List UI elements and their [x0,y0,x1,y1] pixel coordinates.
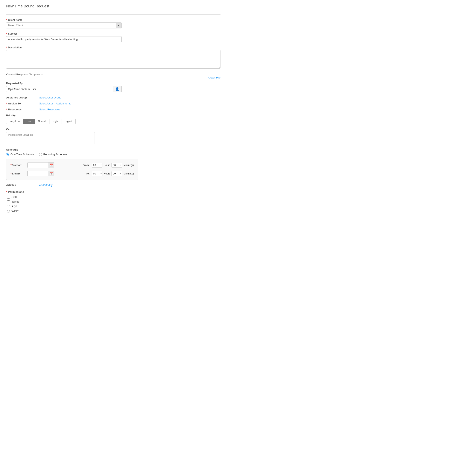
end-by-calendar-icon[interactable]: 📅 [48,171,54,176]
resources-row: * Resources Select Resources [6,108,221,111]
client-name-section: * Client Name Demo Client ▼ [6,18,221,28]
to-minutes-select[interactable]: 00 [111,171,122,176]
start-on-label: * Start on: [10,164,25,167]
client-name-select[interactable]: Demo Client [6,22,122,28]
client-name-label: * Client Name [6,18,221,21]
requested-by-section: Requested By 👤 [6,82,221,92]
cc-input-area[interactable] [6,132,95,144]
to-hours-select[interactable]: 00 [92,171,102,176]
select-resources-link[interactable]: Select Resources [39,108,60,111]
priority-low-button[interactable]: Low [23,119,35,124]
resources-required: * [6,108,7,111]
description-textarea[interactable] [6,50,221,69]
subject-input[interactable] [6,36,122,42]
canned-response-template[interactable]: Canned Response Template ▼ [6,73,221,76]
subject-required: * [6,32,7,35]
assign-to-required: * [6,102,7,105]
priority-very-low-button[interactable]: Very Low [6,119,23,124]
recurring-schedule-radio[interactable] [39,153,42,156]
canned-response-arrow-icon: ▼ [41,73,43,76]
permission-telnet-label: Telnet [12,200,19,203]
to-minutes-label: Minute(s) [123,172,134,175]
permissions-checkbox-list: SSH Telnet RDP WINR [6,195,221,213]
description-label: * Description [6,46,221,49]
assign-to-label: * Assign To [6,102,39,105]
priority-button-group: Very Low Low Normal High Urgent [6,119,221,124]
priority-urgent-button[interactable]: Urgent [61,119,76,124]
from-hours-wrapper: 00 ▼ [92,163,102,168]
start-on-row: * Start on: 📅 From: 00 ▼ Hours [10,162,134,168]
to-minutes-wrapper: 00 ▼ [111,171,122,176]
end-by-date-wrapper: 📅 [27,171,54,176]
end-by-required: * [10,172,12,175]
requested-by-row: 👤 [6,86,122,92]
schedule-box: * Start on: 📅 From: 00 ▼ Hours [6,159,138,180]
start-on-required: * [10,164,12,167]
permissions-required: * [6,190,7,193]
recurring-schedule-option[interactable]: Recurring Schedule [39,153,67,156]
from-minutes-wrapper: 00 ▼ [111,163,122,168]
assignee-group-label: Assignee Group [6,96,39,99]
schedule-radio-group: One Time Schedule Recurring Schedule [6,153,221,156]
priority-normal-button[interactable]: Normal [34,119,50,124]
permissions-section: * Permissions SSH Telnet RDP WINR [6,190,221,213]
cc-email-input[interactable] [8,134,93,136]
canned-response-label: Canned Response Template [6,73,40,76]
from-minutes-select[interactable]: 00 [111,163,122,168]
permission-ssh-item[interactable]: SSH [7,195,221,199]
permission-ssh-checkbox[interactable] [7,196,10,199]
subject-section: * Subject [6,32,221,42]
from-minutes-label: Minute(s) [123,164,134,167]
assignee-group-row: Assignee Group Select User Group [6,96,221,99]
cc-label: Cc [6,128,221,131]
one-time-schedule-radio[interactable] [6,153,9,156]
from-label: From: [83,164,90,167]
permission-telnet-checkbox[interactable] [7,201,10,203]
to-time-group: To: 00 ▼ Hours 00 ▼ Minute(s) [86,171,134,176]
resources-label: * Resources [6,108,39,111]
page-title: New Time Bound Request [6,4,221,11]
priority-label: Priority [6,114,221,117]
start-on-date-wrapper: 📅 [27,162,54,168]
schedule-label: Schedule [6,148,221,151]
permission-rdp-label: RDP [12,205,17,208]
from-hours-select[interactable]: 00 [92,163,102,168]
priority-section: Priority Very Low Low Normal High Urgent [6,114,221,124]
attach-file-row: Attach File [6,76,221,79]
client-name-wrapper: Demo Client ▼ [6,22,122,28]
description-section: * Description [6,46,221,69]
user-icon: 👤 [115,87,119,91]
permission-rdp-checkbox[interactable] [7,205,10,208]
assign-to-row: * Assign To Select User Assign to me [6,102,221,105]
requested-by-input[interactable] [6,86,112,92]
title-divider [6,14,221,15]
to-hours-wrapper: 00 ▼ [92,171,102,176]
one-time-schedule-option[interactable]: One Time Schedule [6,153,34,156]
description-required: * [6,46,7,49]
user-select-button[interactable]: 👤 [113,86,122,92]
permission-winr-radio[interactable] [7,210,10,213]
subject-label: * Subject [6,32,221,35]
recurring-schedule-label: Recurring Schedule [43,153,67,156]
client-name-required: * [6,18,7,21]
permissions-label: * Permissions [6,190,221,193]
assignee-group-link[interactable]: Select User Group [39,96,61,99]
articles-label: Articles [6,184,39,187]
to-hours-label: Hours [104,172,110,175]
priority-high-button[interactable]: High [49,119,61,124]
cc-section: Cc [6,128,221,144]
permission-winr-item[interactable]: WINR [7,210,221,213]
permission-rdp-item[interactable]: RDP [7,205,221,208]
assign-to-me-link[interactable]: Assign to me [56,102,71,105]
start-on-calendar-icon[interactable]: 📅 [48,162,54,168]
end-by-row: * End By: 📅 To: 00 ▼ Hours [10,171,134,176]
attach-file-link[interactable]: Attach File [208,76,221,79]
to-label: To: [86,172,90,175]
permission-telnet-item[interactable]: Telnet [7,200,221,203]
end-by-label: * End By: [10,172,25,175]
from-time-group: From: 00 ▼ Hours 00 ▼ Minute(s) [83,163,134,168]
permission-ssh-label: SSH [12,195,17,199]
articles-row: Articles Add/Modify [6,184,221,187]
select-user-link[interactable]: Select User [39,102,53,105]
articles-add-modify-link[interactable]: Add/Modify [39,184,52,187]
